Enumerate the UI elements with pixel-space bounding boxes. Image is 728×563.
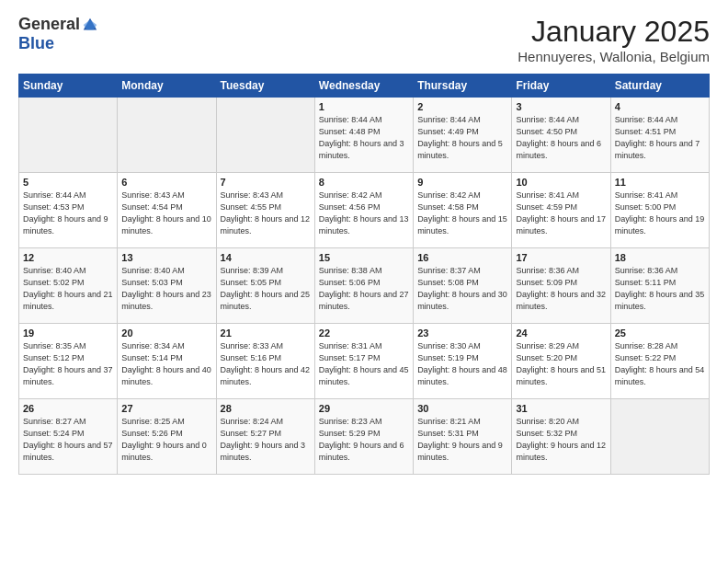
day-info: Sunrise: 8:42 AM Sunset: 4:56 PM Dayligh… [319, 190, 409, 237]
day-number: 8 [319, 177, 409, 188]
day-number: 19 [23, 327, 113, 339]
table-row: 1Sunrise: 8:44 AM Sunset: 4:48 PM Daylig… [314, 98, 413, 173]
day-info: Sunrise: 8:29 AM Sunset: 5:20 PM Dayligh… [516, 340, 606, 388]
day-info: Sunrise: 8:36 AM Sunset: 5:11 PM Dayligh… [615, 265, 705, 313]
day-number: 11 [615, 177, 705, 188]
day-info: Sunrise: 8:38 AM Sunset: 5:06 PM Dayligh… [319, 265, 409, 313]
logo-icon [82, 17, 98, 33]
day-number: 27 [121, 403, 211, 414]
day-number: 5 [23, 177, 113, 188]
table-row: 23Sunrise: 8:30 AM Sunset: 5:19 PM Dayli… [414, 324, 512, 399]
day-info: Sunrise: 8:44 AM Sunset: 4:50 PM Dayligh… [516, 114, 606, 162]
day-number: 30 [417, 403, 507, 414]
week-row-3: 19Sunrise: 8:35 AM Sunset: 5:12 PM Dayli… [19, 324, 710, 399]
logo-text: General [18, 15, 98, 34]
table-row: 25Sunrise: 8:28 AM Sunset: 5:22 PM Dayli… [610, 324, 709, 399]
day-info: Sunrise: 8:41 AM Sunset: 5:00 PM Dayligh… [615, 190, 705, 237]
table-row: 19Sunrise: 8:35 AM Sunset: 5:12 PM Dayli… [19, 324, 118, 399]
day-info: Sunrise: 8:36 AM Sunset: 5:09 PM Dayligh… [516, 265, 606, 313]
col-saturday: Saturday [610, 75, 709, 98]
table-row: 7Sunrise: 8:43 AM Sunset: 4:55 PM Daylig… [216, 173, 314, 248]
table-row: 4Sunrise: 8:44 AM Sunset: 4:51 PM Daylig… [610, 98, 709, 173]
day-info: Sunrise: 8:21 AM Sunset: 5:31 PM Dayligh… [417, 416, 507, 464]
table-row: 8Sunrise: 8:42 AM Sunset: 4:56 PM Daylig… [314, 173, 413, 248]
day-number: 21 [221, 327, 311, 339]
day-info: Sunrise: 8:42 AM Sunset: 4:58 PM Dayligh… [417, 190, 507, 237]
day-number: 28 [221, 403, 311, 414]
day-info: Sunrise: 8:43 AM Sunset: 4:55 PM Dayligh… [221, 190, 311, 237]
logo-general: General [18, 15, 80, 34]
day-number: 4 [615, 101, 705, 112]
week-row-1: 5Sunrise: 8:44 AM Sunset: 4:53 PM Daylig… [19, 173, 710, 248]
table-row: 22Sunrise: 8:31 AM Sunset: 5:17 PM Dayli… [314, 324, 413, 399]
col-sunday: Sunday [19, 75, 118, 98]
calendar-table: Sunday Monday Tuesday Wednesday Thursday… [18, 74, 710, 475]
table-row: 27Sunrise: 8:25 AM Sunset: 5:26 PM Dayli… [118, 399, 216, 475]
week-row-0: 1Sunrise: 8:44 AM Sunset: 4:48 PM Daylig… [19, 98, 710, 173]
table-row: 17Sunrise: 8:36 AM Sunset: 5:09 PM Dayli… [512, 248, 610, 324]
day-number: 26 [23, 403, 113, 414]
table-row: 31Sunrise: 8:20 AM Sunset: 5:32 PM Dayli… [512, 399, 610, 475]
table-row: 11Sunrise: 8:41 AM Sunset: 5:00 PM Dayli… [610, 173, 709, 248]
day-number: 25 [615, 327, 705, 339]
day-number: 2 [417, 101, 507, 112]
day-info: Sunrise: 8:24 AM Sunset: 5:27 PM Dayligh… [221, 416, 311, 464]
table-row [19, 98, 118, 173]
day-info: Sunrise: 8:43 AM Sunset: 4:54 PM Dayligh… [121, 190, 211, 237]
table-row: 5Sunrise: 8:44 AM Sunset: 4:53 PM Daylig… [19, 173, 118, 248]
day-number: 24 [516, 327, 606, 339]
subtitle: Hennuyeres, Wallonia, Belgium [518, 49, 710, 64]
table-row: 15Sunrise: 8:38 AM Sunset: 5:06 PM Dayli… [314, 248, 413, 324]
table-row: 29Sunrise: 8:23 AM Sunset: 5:29 PM Dayli… [314, 399, 413, 475]
day-info: Sunrise: 8:27 AM Sunset: 5:24 PM Dayligh… [23, 416, 113, 464]
table-row [610, 399, 709, 475]
day-info: Sunrise: 8:41 AM Sunset: 4:59 PM Dayligh… [516, 190, 606, 237]
day-number: 23 [417, 327, 507, 339]
day-number: 16 [417, 252, 507, 263]
day-number: 18 [615, 252, 705, 263]
day-info: Sunrise: 8:44 AM Sunset: 4:53 PM Dayligh… [23, 190, 113, 237]
day-info: Sunrise: 8:30 AM Sunset: 5:19 PM Dayligh… [417, 340, 507, 388]
table-row: 6Sunrise: 8:43 AM Sunset: 4:54 PM Daylig… [118, 173, 216, 248]
week-row-4: 26Sunrise: 8:27 AM Sunset: 5:24 PM Dayli… [19, 399, 710, 475]
table-row: 18Sunrise: 8:36 AM Sunset: 5:11 PM Dayli… [610, 248, 709, 324]
table-row: 3Sunrise: 8:44 AM Sunset: 4:50 PM Daylig… [512, 98, 610, 173]
col-friday: Friday [512, 75, 610, 98]
day-number: 20 [121, 327, 211, 339]
day-info: Sunrise: 8:40 AM Sunset: 5:03 PM Dayligh… [121, 265, 211, 313]
col-monday: Monday [118, 75, 216, 98]
day-info: Sunrise: 8:33 AM Sunset: 5:16 PM Dayligh… [221, 340, 311, 388]
day-number: 10 [516, 177, 606, 188]
week-row-2: 12Sunrise: 8:40 AM Sunset: 5:02 PM Dayli… [19, 248, 710, 324]
day-number: 13 [121, 252, 211, 263]
day-info: Sunrise: 8:28 AM Sunset: 5:22 PM Dayligh… [615, 340, 705, 388]
table-row [118, 98, 216, 173]
logo: General Blue [18, 15, 98, 53]
day-number: 17 [516, 252, 606, 263]
table-row: 30Sunrise: 8:21 AM Sunset: 5:31 PM Dayli… [414, 399, 512, 475]
day-number: 7 [221, 177, 311, 188]
day-info: Sunrise: 8:39 AM Sunset: 5:05 PM Dayligh… [221, 265, 311, 313]
day-number: 6 [121, 177, 211, 188]
table-row: 13Sunrise: 8:40 AM Sunset: 5:03 PM Dayli… [118, 248, 216, 324]
day-info: Sunrise: 8:44 AM Sunset: 4:51 PM Dayligh… [615, 114, 705, 162]
table-row: 12Sunrise: 8:40 AM Sunset: 5:02 PM Dayli… [19, 248, 118, 324]
main-title: January 2025 [518, 15, 710, 49]
day-info: Sunrise: 8:31 AM Sunset: 5:17 PM Dayligh… [319, 340, 409, 388]
day-info: Sunrise: 8:35 AM Sunset: 5:12 PM Dayligh… [23, 340, 113, 388]
day-info: Sunrise: 8:37 AM Sunset: 5:08 PM Dayligh… [417, 265, 507, 313]
header: General Blue January 2025 Hennuyeres, Wa… [18, 15, 710, 64]
day-number: 3 [516, 101, 606, 112]
day-number: 29 [319, 403, 409, 414]
day-number: 9 [417, 177, 507, 188]
day-number: 14 [221, 252, 311, 263]
col-wednesday: Wednesday [314, 75, 413, 98]
day-info: Sunrise: 8:20 AM Sunset: 5:32 PM Dayligh… [516, 416, 606, 464]
table-row: 21Sunrise: 8:33 AM Sunset: 5:16 PM Dayli… [216, 324, 314, 399]
table-row: 9Sunrise: 8:42 AM Sunset: 4:58 PM Daylig… [414, 173, 512, 248]
day-number: 12 [23, 252, 113, 263]
table-row: 2Sunrise: 8:44 AM Sunset: 4:49 PM Daylig… [414, 98, 512, 173]
table-row: 20Sunrise: 8:34 AM Sunset: 5:14 PM Dayli… [118, 324, 216, 399]
col-thursday: Thursday [414, 75, 512, 98]
day-info: Sunrise: 8:44 AM Sunset: 4:48 PM Dayligh… [319, 114, 409, 162]
